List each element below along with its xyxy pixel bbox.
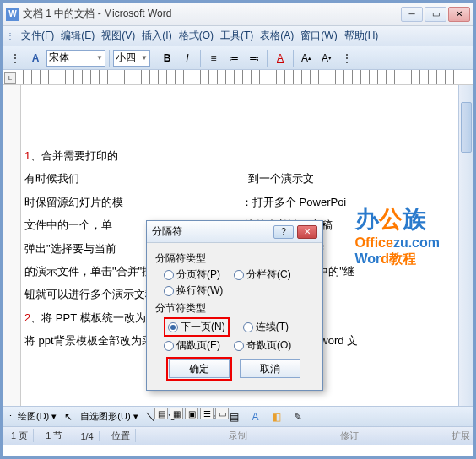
window-buttons: ─ ▭ ✕ [401, 7, 470, 22]
dialog-title: 分隔符 [152, 224, 273, 239]
menu-format[interactable]: 格式(O) [176, 27, 217, 45]
close-button[interactable]: ✕ [448, 7, 470, 22]
fill-color-button[interactable]: ◧ [268, 408, 286, 426]
view-buttons: ▤ ▦ ▣ ☰ ▭ [154, 408, 229, 419]
ok-button[interactable]: 确定 [169, 359, 230, 378]
outline-view-button[interactable]: ☰ [200, 408, 214, 419]
normal-view-button[interactable]: ▤ [154, 408, 168, 419]
menu-window[interactable]: 窗口(W) [297, 27, 340, 45]
draw-menu[interactable]: 绘图(D) [18, 410, 49, 423]
separator [293, 50, 294, 67]
radio-line-break[interactable]: 换行符(W) [164, 284, 223, 298]
window-title: 文档 1 中的文档 - Microsoft Word [23, 7, 401, 21]
reading-view-button[interactable]: ▭ [215, 408, 229, 419]
maximize-button[interactable]: ▭ [425, 7, 446, 22]
break-dialog: 分隔符 ? ✕ 分隔符类型 分页符(P) 分栏符(C) 换行符(W) 分节符类型… [146, 220, 323, 391]
toolbar-handle-icon: ⋮ [6, 411, 15, 422]
radio-next-page[interactable]: 下一页(N) [168, 320, 225, 334]
separator [200, 50, 201, 67]
status-rec: 录制 [229, 429, 247, 442]
separator [109, 50, 110, 67]
formatting-toolbar: ⋮ A 宋体 ▼ 小四 ▼ B I ≡ ≔ ≕ A A▴ A▾ ⋮ [3, 46, 473, 70]
grow-font-button[interactable]: A▴ [297, 49, 316, 68]
bullets-button[interactable]: ≔ [224, 49, 243, 68]
status-bar: 1 页 1 节 1/4 位置 录制 修订 扩展 [3, 426, 473, 445]
font-size-select[interactable]: 小四 ▼ [113, 50, 150, 67]
status-rev: 修订 [340, 429, 359, 442]
horizontal-ruler[interactable]: L [3, 70, 473, 85]
drawing-toolbar: ⋮ 绘图(D)▾ ↖ 自选图形(U)▾ ＼ ↘ ▭ ○ ▤ A ◧ ✎ [3, 406, 473, 426]
vertical-scrollbar[interactable] [458, 85, 473, 406]
menu-handle-icon: ⋮ [6, 31, 14, 40]
radio-continuous[interactable]: 连续(T) [243, 317, 289, 337]
highlight-next-page: 下一页(N) [164, 317, 230, 337]
radio-column-break[interactable]: 分栏符(C) [234, 267, 291, 282]
menu-file[interactable]: 文件(F) [18, 27, 57, 45]
ruler-corner: L [4, 72, 16, 84]
menu-insert[interactable]: 插入(I) [138, 27, 175, 45]
dialog-help-button[interactable]: ? [273, 225, 294, 239]
cancel-button[interactable]: 取消 [240, 359, 300, 378]
radio-icon [164, 286, 174, 296]
font-name-value: 宋体 [49, 51, 69, 65]
numbering-button[interactable]: ≕ [245, 49, 263, 68]
section-break-type-label: 分节符类型 [155, 301, 314, 316]
autoshapes-menu[interactable]: 自选图形(U) [80, 410, 130, 423]
align-left-button[interactable]: ≡ [204, 49, 223, 68]
font-name-select[interactable]: 宋体 ▼ [46, 50, 105, 67]
separator [154, 50, 154, 67]
radio-icon-selected [168, 322, 178, 332]
radio-icon [164, 270, 174, 280]
dialog-titlebar: 分隔符 ? ✕ [147, 221, 322, 243]
font-color-button[interactable]: A [271, 49, 289, 68]
status-ext: 扩展 [452, 429, 470, 442]
wordart-button[interactable]: A [246, 408, 265, 426]
document-area: 办公族 Officezu.com Word教程 1、合并需要打印的 有时候我们到… [3, 85, 473, 406]
chevron-down-icon: ▼ [141, 54, 148, 62]
menu-help[interactable]: 帮助(H) [341, 27, 382, 45]
radio-even-page[interactable]: 偶数页(E) [164, 338, 220, 353]
radio-page-break[interactable]: 分页符(P) [164, 267, 220, 282]
radio-icon [164, 341, 174, 351]
bold-button[interactable]: B [158, 49, 176, 68]
status-section: 1 节 [41, 429, 68, 442]
vertical-ruler[interactable] [3, 85, 21, 406]
status-position: 位置 [106, 429, 136, 442]
style-dropdown-icon[interactable]: ⋮ [6, 49, 24, 68]
break-type-label: 分隔符类型 [155, 251, 314, 266]
style-button[interactable]: A [26, 49, 45, 68]
status-page: 1 页 [6, 429, 34, 442]
shrink-font-button[interactable]: A▾ [317, 49, 336, 68]
line-color-button[interactable]: ✎ [289, 408, 307, 426]
dialog-close-button[interactable]: ✕ [297, 225, 317, 239]
radio-icon [234, 270, 244, 280]
menu-bar: ⋮ 文件(F) 编辑(E) 视图(V) 插入(I) 格式(O) 工具(T) 表格… [3, 26, 473, 46]
web-view-button[interactable]: ▦ [170, 408, 183, 419]
radio-odd-page[interactable]: 奇数页(O) [234, 338, 291, 353]
title-bar: W 文档 1 中的文档 - Microsoft Word ─ ▭ ✕ [3, 3, 473, 26]
scrollbar-thumb[interactable] [461, 102, 472, 153]
radio-icon [234, 341, 244, 351]
menu-edit[interactable]: 编辑(E) [57, 27, 98, 45]
status-page-count: 1/4 [75, 431, 99, 441]
font-size-value: 小四 [116, 51, 136, 65]
chevron-down-icon: ▼ [96, 54, 103, 62]
toolbar-options-icon[interactable]: ⋮ [338, 49, 356, 68]
menu-view[interactable]: 视图(V) [98, 27, 138, 45]
app-icon: W [6, 8, 19, 21]
menu-tools[interactable]: 工具(T) [217, 27, 257, 45]
italic-button[interactable]: I [178, 49, 197, 68]
separator [267, 50, 268, 67]
dialog-body: 分隔符类型 分页符(P) 分栏符(C) 换行符(W) 分节符类型 下一页(N) … [147, 243, 322, 383]
select-objects-button[interactable]: ↖ [59, 408, 78, 426]
menu-table[interactable]: 表格(A) [257, 27, 297, 45]
print-view-button[interactable]: ▣ [185, 408, 198, 419]
ruler-marks [23, 70, 465, 84]
radio-icon [243, 322, 253, 332]
minimize-button[interactable]: ─ [401, 7, 423, 22]
